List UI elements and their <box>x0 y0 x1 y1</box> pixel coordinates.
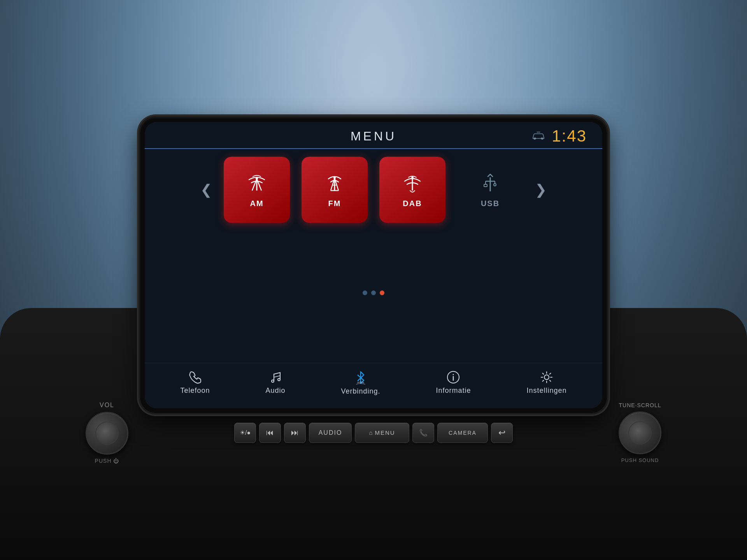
car-status-icon <box>531 131 545 141</box>
dab-radio-icon <box>400 171 425 194</box>
nav-item-telefoon[interactable]: Telefoon <box>172 367 217 399</box>
screen-bezel: MENU 1:43 <box>140 117 607 413</box>
vol-label: VOL <box>100 402 114 409</box>
nav-item-audio[interactable]: Audio <box>258 367 293 399</box>
telefoon-label: Telefoon <box>180 387 210 395</box>
pagination-dots <box>363 290 384 295</box>
main-container: MENU 1:43 <box>101 117 646 443</box>
nav-arrow-right[interactable]: ❯ <box>523 174 558 206</box>
usb-tile[interactable]: USB <box>457 157 523 223</box>
tune-label: TUNE·SCROLL <box>619 402 661 408</box>
svg-point-27 <box>544 375 549 380</box>
infotainment-screen: MENU 1:43 <box>145 122 602 408</box>
svg-point-14 <box>411 177 414 179</box>
next-icon: ⏭ <box>291 428 299 437</box>
svg-point-22 <box>272 380 274 382</box>
physical-controls: VOL PUSH ⏻ ☀/● ⏮ ⏭ AUDIO ⌂ MENU <box>140 423 607 443</box>
phone-hw-icon: 📞 <box>419 429 428 437</box>
camera-button-label: CAMERA <box>449 430 477 436</box>
svg-point-1 <box>541 138 543 140</box>
tune-knob-inner <box>628 421 652 444</box>
camera-button[interactable]: CAMERA <box>437 423 488 443</box>
brightness-button[interactable]: ☀/● <box>234 423 256 443</box>
tiles-row: ❮ <box>145 157 602 223</box>
dab-label: DAB <box>403 199 422 208</box>
bluetooth-icon <box>354 370 367 385</box>
vol-knob-inner <box>95 422 119 445</box>
bottom-nav: Telefoon Audio <box>145 363 602 404</box>
informatie-label: Informatie <box>436 387 471 395</box>
push-label: PUSH ⏻ <box>95 458 119 464</box>
menu-button[interactable]: ⌂ MENU <box>355 423 409 443</box>
dab-tile[interactable]: DAB <box>379 157 445 223</box>
fm-tile[interactable]: FM <box>302 157 368 223</box>
audio-label: Audio <box>265 387 285 395</box>
dot-1[interactable] <box>363 290 367 295</box>
menu-title: MENU <box>351 129 396 144</box>
vol-knob-area: VOL PUSH ⏻ <box>86 402 128 464</box>
push-sound-label: PUSH SOUND <box>621 457 659 463</box>
tiles-container: AM <box>224 157 523 223</box>
clock-display: 1:43 <box>552 127 587 145</box>
nav-item-verbinding[interactable]: Verbinding. <box>333 367 388 399</box>
svg-point-20 <box>494 184 496 186</box>
header-right: 1:43 <box>531 127 587 145</box>
prev-button[interactable]: ⏮ <box>259 423 281 443</box>
svg-line-21 <box>274 376 280 377</box>
brightness-icon: ☀/● <box>240 429 251 436</box>
dot-3-active[interactable] <box>380 290 384 295</box>
back-icon: ↩ <box>498 428 505 438</box>
nav-item-instellingen[interactable]: Instellingen <box>519 367 574 399</box>
back-button[interactable]: ↩ <box>491 423 513 443</box>
audio-button[interactable]: AUDIO <box>309 423 352 443</box>
vol-knob[interactable] <box>86 412 128 455</box>
svg-point-12 <box>333 177 336 179</box>
dot-2[interactable] <box>371 290 376 295</box>
tune-knob-area: TUNE·SCROLL PUSH SOUND <box>619 402 661 463</box>
svg-line-4 <box>257 179 261 191</box>
nav-item-informatie[interactable]: Informatie <box>428 367 479 399</box>
info-icon <box>446 370 460 384</box>
prev-icon: ⏮ <box>266 428 274 437</box>
home-icon: ⌂ <box>369 429 373 436</box>
verbinding-label: Verbinding. <box>341 387 380 396</box>
nav-arrow-left[interactable]: ❮ <box>189 174 224 206</box>
fm-label: FM <box>328 199 341 208</box>
svg-rect-18 <box>484 184 487 187</box>
fm-radio-icon <box>322 171 347 194</box>
svg-point-26 <box>453 374 454 375</box>
hardware-button-row: ☀/● ⏮ ⏭ AUDIO ⌂ MENU 📞 CAMERA <box>234 423 513 443</box>
usb-icon <box>479 171 501 194</box>
settings-icon <box>540 370 554 384</box>
instellingen-label: Instellingen <box>526 387 566 395</box>
am-label: AM <box>250 199 263 208</box>
next-button[interactable]: ⏭ <box>284 423 306 443</box>
tune-knob[interactable] <box>619 411 661 454</box>
svg-point-0 <box>534 138 536 140</box>
usb-label: USB <box>481 199 500 208</box>
am-tile[interactable]: AM <box>224 157 290 223</box>
audio-button-label: AUDIO <box>319 429 342 436</box>
screen-header: MENU 1:43 <box>145 122 602 149</box>
music-icon <box>268 370 282 384</box>
menu-button-label: MENU <box>375 429 395 436</box>
phone-icon <box>188 370 202 384</box>
screen-body: ❮ <box>145 149 602 408</box>
am-radio-icon <box>244 171 269 194</box>
svg-line-3 <box>252 179 257 191</box>
phone-hw-button[interactable]: 📞 <box>412 423 434 443</box>
svg-point-5 <box>256 177 258 180</box>
svg-point-23 <box>278 378 280 381</box>
